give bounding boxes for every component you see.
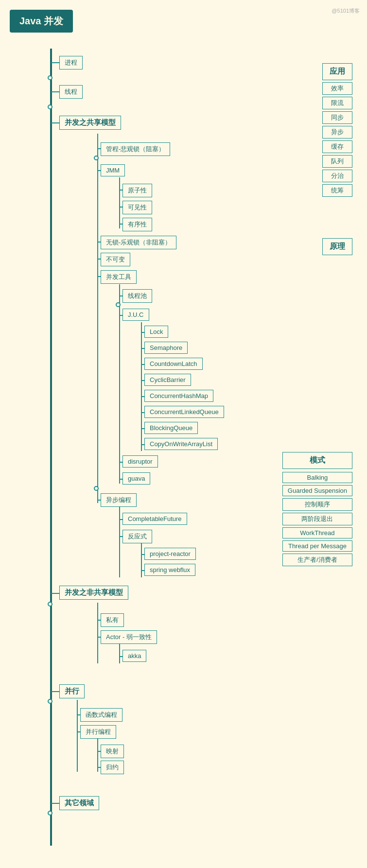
h-line-webflux bbox=[141, 570, 144, 571]
h-line-cyclicbarrier bbox=[141, 380, 144, 381]
node-xiancheng: 线程 bbox=[59, 85, 83, 99]
h-line-cf bbox=[119, 519, 122, 520]
h-line-lockfree bbox=[97, 242, 101, 243]
h-line-actor bbox=[97, 637, 101, 638]
h-line-ordering bbox=[119, 224, 122, 225]
v-line-juc bbox=[141, 322, 142, 451]
app-item-orchestrate: 统筹 bbox=[322, 184, 352, 197]
h-line-disruptor bbox=[119, 462, 122, 463]
node-cyclicbarrier: CyclicBarrier bbox=[144, 374, 191, 386]
node-clq: ConcurrentLinkedQueue bbox=[144, 406, 224, 418]
dot-threadpool bbox=[116, 302, 121, 307]
h-line-semaphore bbox=[141, 348, 144, 349]
node-immutable: 不可变 bbox=[101, 253, 130, 266]
h-line-reactor bbox=[141, 554, 144, 555]
h-line-reactive bbox=[119, 536, 122, 537]
principle-title: 原理 bbox=[322, 238, 352, 255]
node-async: 异步编程 bbox=[101, 493, 137, 507]
node-parallelprog: 并行编程 bbox=[80, 725, 116, 739]
app-item-cache: 缓存 bbox=[322, 140, 352, 153]
main-trunk-line bbox=[50, 49, 52, 846]
app-section: 应用 效率 限流 同步 异步 缓存 队列 分治 统筹 bbox=[322, 63, 352, 197]
node-tools: 并发工具 bbox=[101, 270, 137, 284]
node-parallel: 并行 bbox=[59, 684, 85, 698]
pattern-producer-consumer: 生产者/消费者 bbox=[282, 554, 352, 566]
h-line-visibility bbox=[119, 207, 122, 208]
pattern-threadpermsg: Thread per Message bbox=[282, 540, 352, 552]
node-juc: J.U.C bbox=[122, 309, 149, 321]
app-item-queue: 队列 bbox=[322, 155, 352, 168]
node-threadpool: 线程池 bbox=[122, 289, 152, 303]
node-cow: CopyOnWriteArrayList bbox=[144, 438, 218, 450]
v-line-jmm bbox=[119, 177, 120, 228]
app-item-ratelimit: 限流 bbox=[322, 97, 352, 109]
node-visibility: 可见性 bbox=[122, 201, 152, 214]
dot-nonshared bbox=[48, 602, 52, 607]
app-item-efficiency: 效率 bbox=[322, 82, 352, 95]
watermark: @5101博客 bbox=[332, 7, 360, 15]
h-line-parallel bbox=[51, 691, 59, 692]
node-functional: 函数式编程 bbox=[80, 708, 122, 722]
v-line-actor bbox=[119, 644, 120, 663]
node-cf: CompletableFuture bbox=[122, 513, 187, 525]
h-line-async bbox=[97, 500, 101, 501]
v-line-nonshared bbox=[97, 603, 98, 663]
h-line-private bbox=[97, 620, 101, 621]
dot-async bbox=[94, 486, 99, 491]
h-line-immutable bbox=[97, 259, 101, 260]
app-items: 效率 限流 同步 异步 缓存 队列 分治 统筹 bbox=[322, 82, 352, 197]
app-title: 应用 bbox=[322, 63, 352, 80]
h-line-akka bbox=[119, 656, 122, 657]
node-countdownlatch: CountdownLatch bbox=[144, 358, 203, 370]
node-semaphore: Semaphore bbox=[144, 342, 188, 354]
node-atomicity: 原子性 bbox=[122, 184, 152, 197]
pattern-guarded: Guarded Suspension bbox=[282, 485, 352, 496]
node-actor: Actor - 弱一致性 bbox=[101, 630, 157, 644]
h-line-others bbox=[51, 803, 59, 804]
app-item-divide: 分治 bbox=[322, 170, 352, 182]
h-line-functional bbox=[77, 714, 80, 715]
node-private: 私有 bbox=[101, 613, 124, 627]
page-title: Java 并发 bbox=[10, 10, 73, 33]
node-jmm: JMM bbox=[101, 164, 125, 176]
h-line-countdownlatch bbox=[141, 364, 144, 365]
h-line-monitor bbox=[97, 148, 101, 149]
v-line-reactive bbox=[141, 543, 142, 577]
h-line-lock bbox=[141, 332, 144, 333]
h-line-jincheng bbox=[51, 62, 59, 63]
h-line-cow bbox=[141, 444, 144, 445]
node-disruptor: disruptor bbox=[122, 455, 158, 468]
node-map: 映射 bbox=[101, 745, 124, 758]
page-container: Java 并发 应用 效率 限流 同步 异步 缓存 队列 分治 统筹 原理 模式… bbox=[0, 0, 367, 19]
node-reactor: project-reactor bbox=[144, 548, 196, 560]
h-line-clq bbox=[141, 412, 144, 413]
node-nonshared: 并发之非共享模型 bbox=[59, 586, 128, 600]
h-line-atomicity bbox=[119, 190, 122, 191]
node-jincheng: 进程 bbox=[59, 56, 83, 69]
h-line-shared bbox=[51, 122, 59, 123]
pattern-balking: Balking bbox=[282, 472, 352, 483]
node-chm: ConcurrentHashMap bbox=[144, 390, 213, 402]
h-line-threadpool bbox=[119, 295, 122, 296]
node-lockfree: 无锁-乐观锁（非阻塞） bbox=[101, 236, 176, 249]
node-lock: Lock bbox=[144, 326, 168, 338]
node-others: 其它领域 bbox=[59, 796, 99, 810]
node-monitor: 管程-悲观锁（阻塞） bbox=[101, 142, 170, 156]
node-webflux: spring webflux bbox=[144, 564, 195, 576]
pattern-twophase: 两阶段退出 bbox=[282, 513, 352, 525]
h-line-tools bbox=[97, 276, 101, 277]
node-ordering: 有序性 bbox=[122, 218, 152, 231]
dot-parallel bbox=[48, 699, 52, 704]
h-line-juc bbox=[119, 315, 122, 316]
h-line-jmm bbox=[97, 170, 101, 171]
v-line-tools bbox=[119, 284, 120, 484]
node-bq: BlockingQueue bbox=[144, 422, 198, 434]
v-line-async bbox=[119, 507, 120, 577]
pattern-title: 模式 bbox=[282, 452, 352, 469]
node-reactive: 反应式 bbox=[122, 530, 152, 543]
node-reduce: 归约 bbox=[101, 761, 124, 774]
node-shared-model: 并发之共享模型 bbox=[59, 116, 121, 130]
node-guava: guava bbox=[122, 472, 150, 485]
dot-jincheng bbox=[48, 75, 52, 80]
app-item-sync: 同步 bbox=[322, 111, 352, 124]
